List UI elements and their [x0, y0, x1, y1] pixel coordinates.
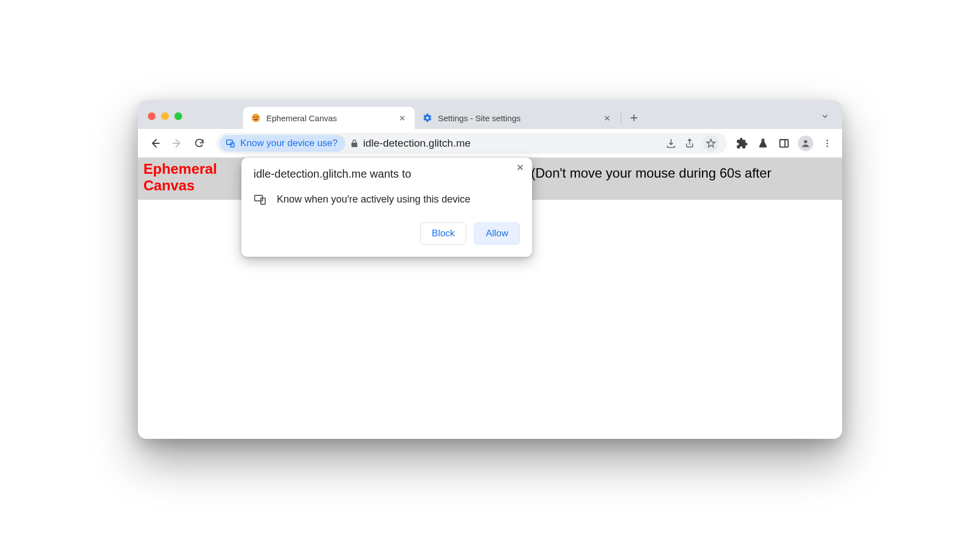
svg-point-7	[804, 140, 807, 143]
reload-button[interactable]	[190, 134, 209, 153]
url-text: idle-detection.glitch.me	[363, 137, 661, 149]
profile-avatar[interactable]	[798, 136, 813, 151]
permission-chip[interactable]: Know your device use?	[220, 135, 345, 152]
lock-icon[interactable]	[350, 139, 359, 148]
favicon-icon	[251, 113, 261, 123]
back-button[interactable]	[146, 134, 164, 153]
share-icon[interactable]	[684, 138, 695, 148]
close-window-button[interactable]	[148, 112, 156, 120]
page-title: Ephemeral Canvas	[143, 161, 247, 194]
svg-point-1	[254, 116, 255, 117]
close-icon[interactable]	[516, 163, 524, 172]
labs-icon[interactable]	[756, 136, 770, 151]
maximize-window-button[interactable]	[174, 112, 182, 120]
forward-button[interactable]	[168, 134, 187, 153]
chip-label: Know your device use?	[240, 138, 338, 149]
minimize-window-button[interactable]	[161, 112, 169, 120]
browser-window: Ephemeral Canvas Settings - Site setting…	[138, 100, 842, 439]
svg-rect-5	[780, 139, 788, 147]
close-tab-icon[interactable]	[602, 113, 612, 123]
permission-title: idle-detection.glitch.me wants to	[254, 168, 520, 180]
close-tab-icon[interactable]	[397, 113, 407, 123]
tab-strip: Ephemeral Canvas Settings - Site setting…	[138, 100, 842, 129]
permission-row: Know when you're actively using this dev…	[254, 193, 520, 206]
svg-point-9	[827, 142, 828, 144]
tab-title: Ephemeral Canvas	[266, 113, 391, 123]
tab-title: Settings - Site settings	[438, 113, 596, 123]
window-controls	[148, 112, 182, 120]
svg-rect-3	[226, 140, 232, 144]
tab-settings[interactable]: Settings - Site settings	[415, 107, 620, 129]
svg-point-10	[827, 145, 828, 147]
tab-separator	[621, 112, 621, 125]
address-bar[interactable]: Know your device use? idle-detection.gli…	[216, 133, 727, 154]
side-panel-icon[interactable]	[777, 136, 791, 151]
install-icon[interactable]	[666, 138, 677, 149]
gear-icon	[422, 113, 432, 123]
page-content: Ephemeral Canvas (Don't move your mouse …	[138, 158, 842, 439]
svg-point-2	[256, 116, 257, 117]
extension-icons	[735, 136, 834, 151]
omnibox-actions	[666, 135, 719, 152]
block-button[interactable]: Block	[420, 222, 467, 245]
permission-text: Know when you're actively using this dev…	[277, 194, 471, 205]
extensions-icon[interactable]	[735, 136, 749, 151]
svg-point-0	[252, 114, 260, 122]
tabs-dropdown-icon[interactable]	[817, 108, 833, 125]
tab-ephemeral-canvas[interactable]: Ephemeral Canvas	[243, 107, 415, 129]
devices-icon	[254, 193, 267, 206]
bookmark-icon[interactable]	[703, 135, 719, 152]
new-tab-button[interactable]	[626, 110, 642, 126]
menu-icon[interactable]	[820, 136, 834, 151]
permission-actions: Block Allow	[254, 222, 520, 245]
allow-button[interactable]: Allow	[474, 222, 520, 245]
permission-prompt: idle-detection.glitch.me wants to Know w…	[241, 158, 532, 257]
svg-point-8	[827, 139, 828, 141]
toolbar: Know your device use? idle-detection.gli…	[138, 129, 842, 158]
